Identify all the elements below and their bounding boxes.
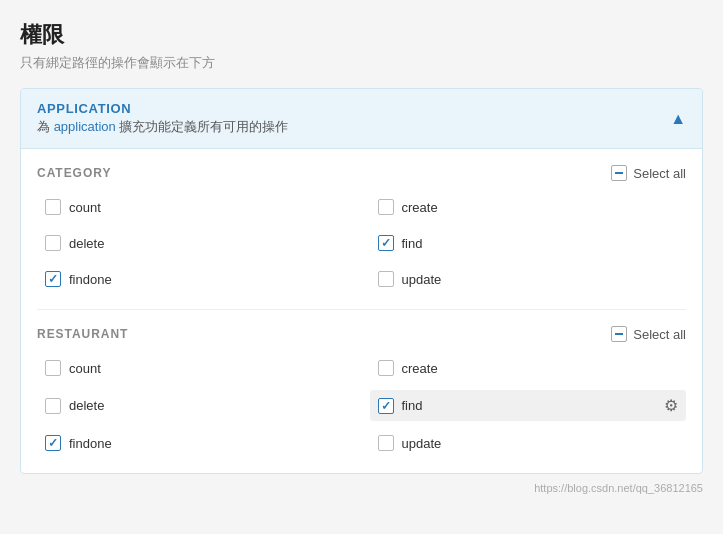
findone-checkbox[interactable] xyxy=(45,271,61,287)
desc-prefix: 為 xyxy=(37,119,54,134)
delete-label: delete xyxy=(69,236,346,251)
desc-link: application xyxy=(54,119,116,134)
watermark: https://blog.csdn.net/qq_36812165 xyxy=(20,474,703,498)
permission-item: find ⚙ xyxy=(370,390,687,421)
gear-icon[interactable]: ⚙ xyxy=(664,396,678,415)
update-checkbox[interactable] xyxy=(378,271,394,287)
permission-item: findone xyxy=(37,429,354,457)
category-select-all-minus-icon xyxy=(611,165,627,181)
restaurant-create-checkbox[interactable] xyxy=(378,360,394,376)
create-label: create xyxy=(402,200,679,215)
restaurant-find-label: find xyxy=(402,398,657,413)
find-label: find xyxy=(402,236,679,251)
permission-item: find xyxy=(370,229,687,257)
permission-item: count xyxy=(37,354,354,382)
category-select-all-button[interactable]: Select all xyxy=(611,165,686,181)
permission-item: update xyxy=(370,265,687,293)
permission-item: create xyxy=(370,354,687,382)
permission-item: delete xyxy=(37,229,354,257)
category-select-all-label: Select all xyxy=(633,166,686,181)
count-checkbox[interactable] xyxy=(45,199,61,215)
permission-item: count xyxy=(37,193,354,221)
permission-item: findone xyxy=(37,265,354,293)
restaurant-select-all-button[interactable]: Select all xyxy=(611,326,686,342)
restaurant-findone-label: findone xyxy=(69,436,346,451)
card-header: APPLICATION 為 application 擴充功能定義所有可用的操作 … xyxy=(21,89,702,149)
restaurant-select-all-minus-icon xyxy=(611,326,627,342)
category-section: CATEGORY Select all count create delete xyxy=(37,149,686,310)
permission-item: update xyxy=(370,429,687,457)
restaurant-select-all-label: Select all xyxy=(633,327,686,342)
restaurant-delete-checkbox[interactable] xyxy=(45,398,61,414)
delete-checkbox[interactable] xyxy=(45,235,61,251)
page-subtitle: 只有綁定路徑的操作會顯示在下方 xyxy=(20,54,703,72)
collapse-icon[interactable]: ▲ xyxy=(670,110,686,128)
restaurant-find-checkbox[interactable] xyxy=(378,398,394,414)
desc-suffix: 擴充功能定義所有可用的操作 xyxy=(116,119,289,134)
restaurant-update-checkbox[interactable] xyxy=(378,435,394,451)
create-checkbox[interactable] xyxy=(378,199,394,215)
permissions-card: APPLICATION 為 application 擴充功能定義所有可用的操作 … xyxy=(20,88,703,474)
restaurant-section: RESTAURANT Select all count create dele xyxy=(37,310,686,473)
restaurant-label: RESTAURANT xyxy=(37,327,128,341)
update-label: update xyxy=(402,272,679,287)
application-section-desc: 為 application 擴充功能定義所有可用的操作 xyxy=(37,118,288,136)
findone-label: findone xyxy=(69,272,346,287)
permission-item: delete xyxy=(37,390,354,421)
count-label: count xyxy=(69,200,346,215)
application-section-title: APPLICATION xyxy=(37,101,288,116)
restaurant-create-label: create xyxy=(402,361,679,376)
permission-item: create xyxy=(370,193,687,221)
find-checkbox[interactable] xyxy=(378,235,394,251)
restaurant-update-label: update xyxy=(402,436,679,451)
restaurant-delete-label: delete xyxy=(69,398,346,413)
restaurant-count-label: count xyxy=(69,361,346,376)
page-title: 權限 xyxy=(20,20,703,50)
restaurant-findone-checkbox[interactable] xyxy=(45,435,61,451)
category-label: CATEGORY xyxy=(37,166,111,180)
restaurant-count-checkbox[interactable] xyxy=(45,360,61,376)
